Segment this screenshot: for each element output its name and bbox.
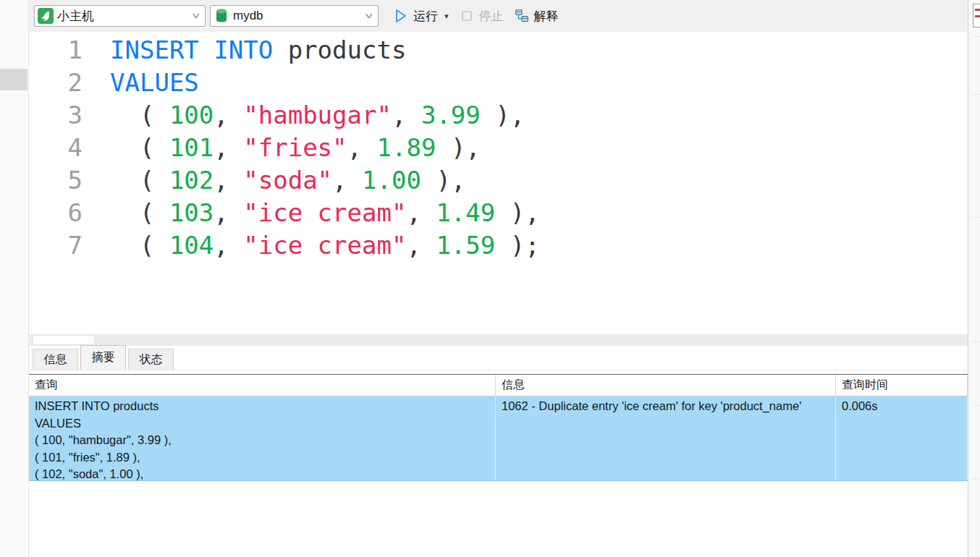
- time-cell[interactable]: 0.006s: [836, 396, 968, 480]
- grid-body: INSERT INTO products VALUES ( 100, "hamb…: [29, 396, 968, 481]
- code-text: VALUES: [96, 67, 199, 99]
- editor-line[interactable]: 1INSERT INTO products: [29, 34, 968, 67]
- query-editor-window: 小主机 ˅ mydb ˅: [0, 0, 980, 557]
- database-select[interactable]: mydb ˅: [210, 5, 379, 27]
- column-header[interactable]: 查询: [29, 375, 496, 396]
- result-tab-摘要[interactable]: 摘要: [80, 345, 126, 370]
- run-icon: [393, 8, 409, 24]
- query-cell[interactable]: INSERT INTO products VALUES ( 100, "hamb…: [29, 396, 496, 480]
- editor-line[interactable]: 7 ( 104, "ice cream", 1.59 );: [29, 229, 968, 262]
- code-text: INSERT INTO products: [96, 34, 406, 67]
- sql-editor[interactable]: 1INSERT INTO products2VALUES3 ( 100, "ha…: [29, 32, 968, 334]
- result-row[interactable]: INSERT INTO products VALUES ( 100, "hamb…: [29, 396, 968, 481]
- mysql-connection-icon: [38, 8, 54, 24]
- line-number: 3: [29, 99, 96, 132]
- database-value: mydb: [233, 9, 363, 23]
- chevron-down-icon: ˅: [366, 11, 373, 22]
- left-rail: [0, 0, 29, 557]
- code-text: ( 100, "hambugar", 3.99 ),: [96, 99, 525, 132]
- stop-icon: [459, 8, 475, 24]
- editor-line[interactable]: 6 ( 103, "ice cream", 1.49 ),: [29, 197, 968, 229]
- run-label: 运行: [413, 8, 438, 25]
- stop-label: 停止: [479, 8, 504, 25]
- code-text: ( 101, "fries", 1.89 ),: [96, 132, 481, 164]
- explain-label: 解释: [534, 8, 559, 25]
- stop-button: 停止: [459, 8, 504, 25]
- chevron-down-icon: ˅: [193, 11, 200, 22]
- editor-line[interactable]: 5 ( 102, "soda", 1.00 ),: [29, 164, 968, 197]
- line-number: 4: [29, 132, 96, 164]
- column-header[interactable]: 信息: [496, 375, 836, 396]
- query-toolbar: 小主机 ˅ mydb ˅: [29, 0, 968, 32]
- line-number: 7: [29, 229, 96, 262]
- result-tab-状态[interactable]: 状态: [128, 349, 174, 370]
- partial-sidebar-button[interactable]: [973, 4, 980, 27]
- database-icon: [214, 8, 229, 24]
- explain-icon: [514, 8, 530, 24]
- run-menu-caret-icon[interactable]: ▾: [444, 12, 449, 21]
- connection-select[interactable]: 小主机 ˅: [34, 5, 206, 27]
- right-rail: [968, 0, 980, 557]
- grid-header: 查询信息查询时间: [29, 374, 968, 396]
- line-number: 1: [29, 34, 96, 67]
- main-pane: 小主机 ˅ mydb ˅: [29, 0, 968, 557]
- result-tab-信息[interactable]: 信息: [33, 349, 78, 370]
- code-text: ( 104, "ice cream", 1.59 );: [96, 229, 540, 262]
- editor-horizontal-scrollbar[interactable]: [29, 334, 968, 346]
- line-number: 6: [29, 197, 96, 229]
- explain-button[interactable]: 解释: [514, 8, 559, 25]
- run-button[interactable]: 运行 ▾: [393, 8, 449, 25]
- editor-line[interactable]: 3 ( 100, "hambugar", 3.99 ),: [29, 99, 968, 132]
- column-header[interactable]: 查询时间: [836, 375, 968, 396]
- scrollbar-thumb[interactable]: [33, 335, 95, 345]
- editor-line[interactable]: 4 ( 101, "fries", 1.89 ),: [29, 132, 968, 164]
- code-text: ( 103, "ice cream", 1.49 ),: [96, 197, 540, 229]
- left-scrollbar-thumb[interactable]: [0, 69, 28, 90]
- line-number: 5: [29, 164, 96, 197]
- code-text: ( 102, "soda", 1.00 ),: [96, 164, 465, 197]
- line-number: 2: [29, 67, 96, 99]
- summary-grid: 查询信息查询时间 INSERT INTO products VALUES ( 1…: [29, 370, 968, 557]
- editor-line[interactable]: 2VALUES: [29, 67, 968, 99]
- message-cell[interactable]: 1062 - Duplicate entry 'ice cream' for k…: [496, 396, 836, 480]
- connection-value: 小主机: [57, 8, 190, 25]
- result-tabstrip: 信息摘要状态: [29, 346, 968, 370]
